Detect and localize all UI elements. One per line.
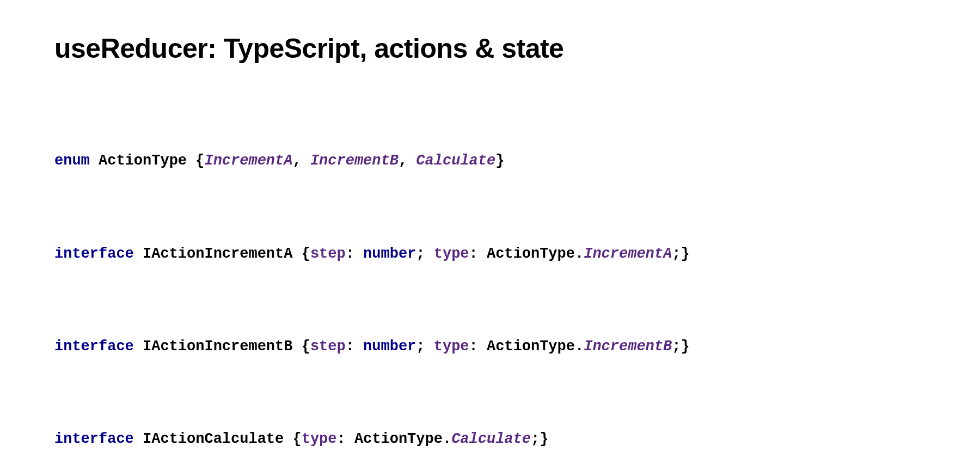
type-number: number: [363, 338, 416, 355]
text: ,: [399, 153, 416, 169]
text: ;: [416, 338, 433, 355]
text: ActionType {: [90, 153, 205, 169]
text: IActionCalculate {: [134, 431, 302, 447]
code-line-4: interface IActionCalculate {type: Action…: [54, 430, 926, 449]
text: }: [495, 153, 504, 169]
text: : ActionType.: [337, 431, 452, 447]
text: :: [346, 338, 363, 355]
enum-ref: Calculate: [451, 431, 531, 447]
text: ;}: [531, 431, 548, 447]
text: ,: [292, 153, 310, 169]
text: :: [346, 246, 363, 262]
type-number: number: [363, 246, 416, 262]
keyword-interface: interface: [54, 431, 134, 447]
code-block: enum ActionType {IncrementA, IncrementB,…: [54, 113, 926, 475]
prop-name: type: [302, 431, 337, 447]
slide-title: useReducer: TypeScript, actions & state: [54, 33, 926, 64]
prop-name: type: [434, 338, 469, 355]
enum-ref: IncrementA: [584, 246, 672, 262]
text: ;}: [672, 246, 689, 262]
text: ;}: [672, 338, 689, 355]
enum-member: Calculate: [416, 153, 495, 169]
prop-name: type: [434, 246, 469, 262]
enum-member: IncrementA: [204, 153, 292, 169]
keyword-enum: enum: [54, 153, 90, 169]
keyword-interface: interface: [54, 338, 134, 355]
code-line-2: interface IActionIncrementA {step: numbe…: [54, 245, 926, 264]
code-line-1: enum ActionType {IncrementA, IncrementB,…: [54, 151, 926, 170]
slide: useReducer: TypeScript, actions & state …: [0, 0, 980, 475]
code-line-3: interface IActionIncrementB {step: numbe…: [54, 337, 926, 356]
enum-member: IncrementB: [310, 153, 399, 169]
text: : ActionType.: [469, 246, 584, 262]
prop-name: step: [310, 338, 346, 355]
prop-name: step: [310, 246, 346, 262]
keyword-interface: interface: [54, 246, 134, 262]
enum-ref: IncrementB: [584, 338, 672, 355]
text: IActionIncrementA {: [134, 246, 310, 262]
text: : ActionType.: [469, 338, 584, 355]
text: IActionIncrementB {: [134, 338, 310, 355]
text: ;: [416, 246, 433, 262]
